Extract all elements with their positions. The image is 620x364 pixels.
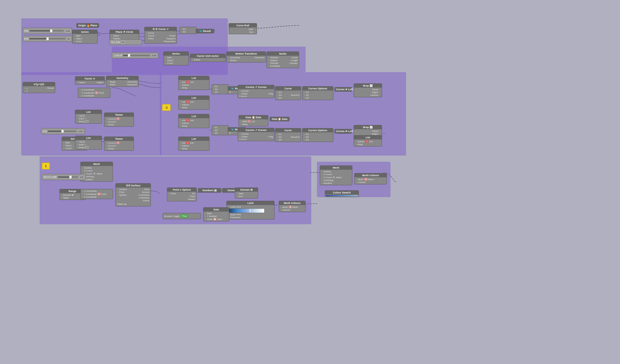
slider-purity-node[interactable]: 纯度 0.50 bbox=[41, 128, 85, 134]
list-index-wrap-2-header: List bbox=[75, 136, 102, 140]
slider-count-node[interactable]: 数量 50 bbox=[23, 36, 72, 42]
surface-point-node[interactable]: ①① Surface SurfacePoint PointNormal Syst… bbox=[115, 183, 151, 206]
slider-mesh-value: 100 bbox=[79, 176, 84, 179]
port-xl-yc bbox=[82, 193, 83, 195]
math-node[interactable]: x*(y+1)/2 xResult y bbox=[23, 82, 55, 93]
slider-count-track[interactable] bbox=[29, 38, 66, 39]
curve-result-top[interactable]: Curve D1 D2Result⊡ D3 bbox=[275, 86, 301, 100]
port-xl-xc bbox=[82, 190, 83, 192]
curve-node-top[interactable]: ① ① Curve ↗ Curve CountPoints KinksTange… bbox=[144, 27, 177, 44]
port-sp-system bbox=[117, 194, 119, 196]
curve-result-bot-header: Curve bbox=[275, 128, 301, 132]
port-mn2-vcount bbox=[321, 176, 323, 178]
loft-node-2[interactable]: Curves ≋ Loft bbox=[334, 129, 352, 133]
nurbs-curve-node[interactable]: Nurbs VerticesCurve DegreeLength Periodi… bbox=[267, 51, 299, 68]
yellow-one-value: 1 bbox=[45, 165, 47, 168]
mesh-node-1-header: Mesh bbox=[81, 162, 113, 166]
port-count-in bbox=[74, 41, 75, 42]
list-indices-wrap-3[interactable]: List List◫List Indices Wrap bbox=[178, 114, 209, 128]
curves-options-2[interactable]: Curves Options D1 D2 D3 bbox=[302, 128, 333, 142]
curve-result-bot[interactable]: Curve D1 D2Result⊡ D3 bbox=[275, 128, 301, 142]
slider-move-value: 0.04 bbox=[151, 54, 157, 57]
geo-angle-node[interactable]: Geometry AngleGeometry PlaneTransform bbox=[106, 76, 139, 87]
data-shift-node[interactable]: Data 📋 Data Shift↕List Wrap bbox=[239, 115, 268, 126]
limit-node[interactable]: Limit Lower limit Upper limit Parameter bbox=[226, 201, 274, 219]
port-sph-phi bbox=[190, 193, 191, 195]
list-indices-wrap-4[interactable]: List List◫List Indices Wrap bbox=[178, 137, 209, 151]
slider-move-track[interactable] bbox=[123, 55, 150, 56]
slider-purity-track[interactable] bbox=[48, 131, 76, 132]
curves-preserve-1-header: Curves ↗ Curves bbox=[238, 85, 274, 89]
result-node-1[interactable]: 🐦 Result bbox=[196, 29, 214, 33]
merge-d1d2-node[interactable]: D1 D2 bbox=[180, 27, 197, 34]
boolean-toggle-node[interactable]: Boolean Toggle True bbox=[163, 213, 201, 219]
domain-start-end-header: Domain ⊞ bbox=[235, 188, 258, 192]
curves-preserve-1[interactable]: Curves ↗ Curves Curves GuideFlag Preserv… bbox=[238, 85, 274, 98]
port-wrap-in1 bbox=[76, 121, 78, 122]
origin-plane-node[interactable]: Origin 🔥 Plane bbox=[76, 23, 99, 28]
data-number-node[interactable]: Data Data ⑊ Number Order📋Data bbox=[203, 207, 229, 221]
port-mcr-out bbox=[374, 178, 376, 180]
factor-unit-node[interactable]: Factor Unit vector Factor bbox=[190, 54, 226, 62]
port-liw1-list bbox=[180, 81, 181, 83]
slider-min-track[interactable] bbox=[29, 30, 64, 31]
series-node-1[interactable]: Series Start Step𝚺 Count bbox=[72, 30, 98, 44]
list-indices-wrap-1-header: List bbox=[179, 76, 209, 80]
loft-node-1-header: Curves ≋ Loft bbox=[335, 87, 352, 91]
xyz-point-lower[interactable]: X coordinate Y coordinate⊕Point Z coordi… bbox=[80, 189, 113, 199]
curve-end-node[interactable]: Curve End Start End bbox=[229, 23, 257, 34]
list-indices-wrap-1[interactable]: List List◫List Indices Wrap bbox=[178, 76, 209, 90]
merge-d1d2d3-bot[interactable]: D1 D2 D3 bbox=[212, 125, 229, 135]
port-b1-faces bbox=[379, 89, 381, 91]
yellow-one-node[interactable]: 1 bbox=[42, 163, 50, 169]
port-b2-faces bbox=[379, 130, 381, 132]
port-lw-out bbox=[373, 141, 375, 142]
list-index-wrap-1[interactable]: List List◫ Index⬆ Wrap+1 bbox=[75, 110, 102, 124]
port-liw2-wrap bbox=[180, 107, 181, 109]
divpoint-node[interactable]: 等分点数 53 bbox=[110, 39, 142, 45]
merge-d1d2d3-top[interactable]: D1 D2 D3 bbox=[212, 84, 229, 94]
divpoint-label: 等分点数 bbox=[111, 41, 120, 44]
port-d1t bbox=[213, 86, 214, 87]
data-icon: 📋 bbox=[213, 218, 216, 221]
curves-preserve-2[interactable]: Curves ↗ Curves Curves GuideFlag Preserv… bbox=[238, 128, 274, 141]
colour-swatch-node[interactable]: Colour Swatch bbox=[325, 190, 359, 197]
data-data-node[interactable]: Data 📋 Data bbox=[270, 117, 289, 121]
brep-node-1[interactable]: Brep ⬜ Faces Edges Vertices bbox=[354, 83, 382, 97]
tween-node-2[interactable]: Tween Curve A≋ Curve B Factor bbox=[104, 137, 134, 151]
list-indices-wrap-2[interactable]: List List◫List Indices Wrap bbox=[178, 96, 209, 110]
mesh-node-2[interactable]: Mesh Surface U Count V Count⊞Mesh Overha… bbox=[320, 165, 352, 185]
loft-node-1[interactable]: Curves ≋ Loft bbox=[334, 87, 352, 92]
series-node-2[interactable]: Series Start Step𝚺 Count bbox=[163, 51, 189, 65]
port-dn-data bbox=[205, 213, 206, 214]
port-factor-in2 bbox=[106, 148, 107, 150]
port-geo-out bbox=[125, 81, 127, 83]
curves-options-1[interactable]: Curves Options D1 D2 D3 bbox=[302, 86, 333, 100]
origin-plane-header: Origin 🔥 Plane bbox=[77, 23, 99, 27]
list-index-wrap-2[interactable]: List List◫ Index⬆ Wrap+1 bbox=[75, 136, 102, 150]
port-crb-d2 bbox=[276, 136, 278, 138]
factor-pi-node[interactable]: Factor π FactorOutput bbox=[75, 76, 105, 85]
tween-node-1[interactable]: Tween Curve A≋ Curve B Factor bbox=[104, 113, 134, 127]
slider-mesh-node[interactable]: 网格等分频数 100 bbox=[42, 174, 86, 180]
slider-mesh-track[interactable] bbox=[58, 176, 78, 178]
port-dn-out bbox=[222, 218, 224, 220]
slider-move-node[interactable]: 上移距离 0.04 bbox=[112, 52, 158, 59]
neg-one-node[interactable]: -1 bbox=[162, 104, 171, 111]
domain-start-end-node[interactable]: Domain ⊞ Start End bbox=[235, 188, 258, 199]
port-dse-end bbox=[236, 196, 238, 197]
slider-min-node[interactable]: 闽图 0.63 bbox=[23, 28, 72, 34]
sphere-node[interactable]: Point ● Sphere PointPhi Theta Radius bbox=[167, 188, 197, 201]
slider-purity-label: 纯度 bbox=[42, 130, 47, 133]
port-dn-number bbox=[205, 216, 206, 217]
xyz-point-left[interactable]: X coordinate Y coordinate⊕Point Z coordi… bbox=[78, 88, 110, 98]
numbers-node[interactable]: Numbers ▤ bbox=[198, 188, 221, 193]
loft-node-2-header: Curves ≋ Loft bbox=[335, 129, 352, 133]
mesh-colours-node-bot[interactable]: Mesh Colours Mesh⊞Mesh Colours bbox=[279, 201, 306, 212]
motion-transform-node[interactable]: Motion Transform GeometryGeometry Motion bbox=[226, 51, 266, 63]
port-index-in2 bbox=[76, 144, 78, 146]
list-wrap-bot-right[interactable]: List Indices◫List Wrap bbox=[354, 135, 382, 147]
port-mcr-colours bbox=[356, 182, 357, 183]
port-mcb-out bbox=[299, 206, 300, 208]
mesh-colours-node-right[interactable]: Mesh Colours Mesh⊞Mesh Colours bbox=[354, 173, 387, 184]
